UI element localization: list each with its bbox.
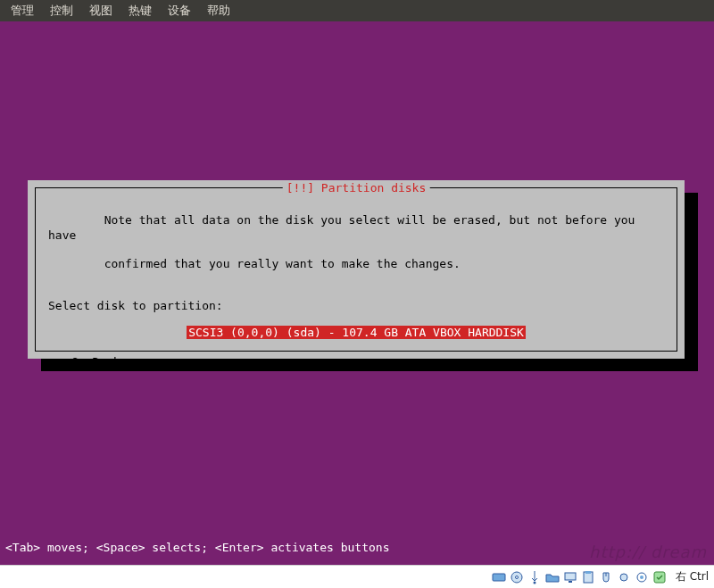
mouse-icon[interactable]	[599, 570, 613, 584]
svg-point-2	[515, 576, 518, 578]
record-icon[interactable]	[617, 570, 631, 584]
go-back-button[interactable]: <Go Back>	[64, 355, 664, 369]
clipboard-icon[interactable]	[581, 570, 595, 584]
svg-rect-0	[493, 574, 505, 581]
navigation-hint: <Tab> moves; <Space> selects; <Enter> ac…	[0, 541, 714, 558]
svg-point-9	[620, 574, 627, 581]
dialog-frame: [!!] Partition disks Note that all data …	[35, 187, 677, 352]
svg-point-3	[533, 581, 536, 584]
usb-icon[interactable]	[527, 570, 542, 584]
partition-dialog: [!!] Partition disks Note that all data …	[28, 180, 685, 359]
menu-help[interactable]: 帮助	[207, 3, 230, 19]
menu-control[interactable]: 控制	[50, 3, 73, 19]
svg-rect-5	[569, 581, 572, 583]
svg-rect-4	[565, 573, 576, 580]
menu-manage[interactable]: 管理	[11, 3, 34, 19]
host-menubar: 管理 控制 视图 热键 设备 帮助	[0, 0, 714, 21]
guest-screen: [!!] Partition disks Note that all data …	[0, 21, 714, 565]
dialog-title: [!!] Partition disks	[283, 181, 430, 195]
settings-icon[interactable]	[635, 570, 649, 584]
hostkey-label: 右 Ctrl	[676, 569, 709, 584]
disk-option[interactable]: SCSI3 (0,0,0) (sda) - 107.4 GB ATA VBOX …	[187, 326, 526, 339]
cd-icon[interactable]	[510, 570, 524, 584]
select-disk-label: Select disk to partition:	[48, 299, 664, 313]
disk-option-row: SCSI3 (0,0,0) (sda) - 107.4 GB ATA VBOX …	[48, 326, 664, 339]
power-icon[interactable]	[652, 570, 667, 584]
folder-icon[interactable]	[545, 570, 560, 584]
svg-rect-7	[585, 571, 591, 574]
disk-icon[interactable]	[492, 570, 506, 584]
svg-point-11	[640, 576, 643, 579]
dialog-warning: Note that all data on the disk you selec…	[48, 199, 664, 286]
display-icon[interactable]	[563, 570, 577, 584]
menu-hotkeys[interactable]: 热键	[129, 3, 152, 19]
menu-view[interactable]: 视图	[89, 3, 112, 19]
menu-devices[interactable]: 设备	[168, 3, 191, 19]
host-statusbar: 右 Ctrl	[0, 565, 714, 588]
